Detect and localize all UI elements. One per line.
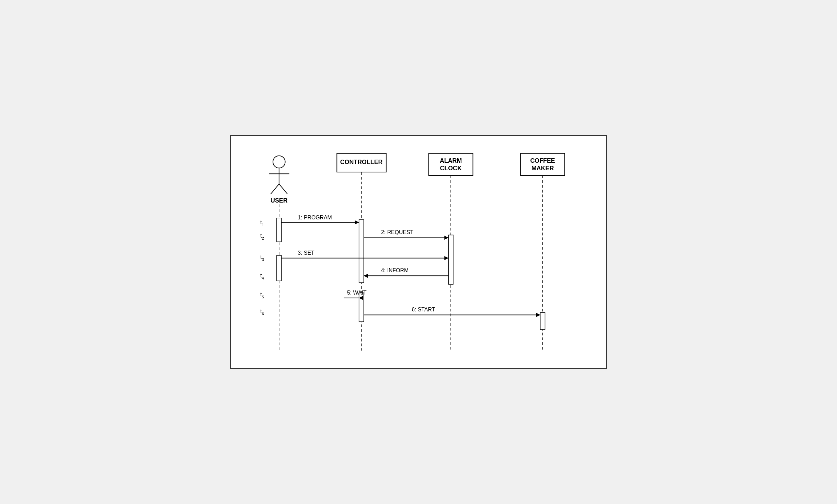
time-t1: t1 <box>260 219 264 227</box>
user-right-leg <box>279 184 288 194</box>
message-1-label: 1: PROGRAM <box>298 215 332 220</box>
time-t4: t4 <box>260 273 264 280</box>
time-t6: t6 <box>260 308 264 316</box>
alarm-clock-label1: ALARM <box>440 157 462 164</box>
controller-activation-1 <box>359 220 364 283</box>
alarm-clock-box <box>429 153 473 175</box>
time-t2: t2 <box>260 233 264 240</box>
message-3-label: 3: SET <box>298 250 314 256</box>
diagram-container: USER CONTROLLER ALARM CLOCK COFFEE MAKER <box>230 135 607 369</box>
message-2-label: 2: REQUEST <box>381 229 414 235</box>
message-1-arrow <box>355 220 359 225</box>
message-3-arrow <box>444 256 448 260</box>
coffee-maker-activation-1 <box>540 312 545 330</box>
coffee-maker-box <box>520 153 565 175</box>
coffee-maker-label1: COFFEE <box>530 157 555 164</box>
user-activation-1 <box>277 218 282 242</box>
message-2-arrow <box>444 236 448 240</box>
time-t5: t5 <box>260 291 264 299</box>
message-5-label: 5: WAIT <box>347 290 367 296</box>
user-head <box>273 156 285 168</box>
coffee-maker-label2: MAKER <box>531 165 554 172</box>
controller-label: CONTROLLER <box>340 159 383 165</box>
time-t3: t3 <box>260 254 264 262</box>
message-4-label: 4: INFORM <box>381 267 409 273</box>
user-label: USER <box>271 197 288 204</box>
message-4-arrow <box>364 274 368 278</box>
alarm-clock-activation-1 <box>448 235 453 284</box>
user-activation-2 <box>277 255 282 281</box>
user-left-leg <box>271 184 279 194</box>
message-6-label: 6: START <box>412 307 435 312</box>
alarm-clock-label2: CLOCK <box>440 165 462 172</box>
message-6-arrow <box>536 313 540 317</box>
